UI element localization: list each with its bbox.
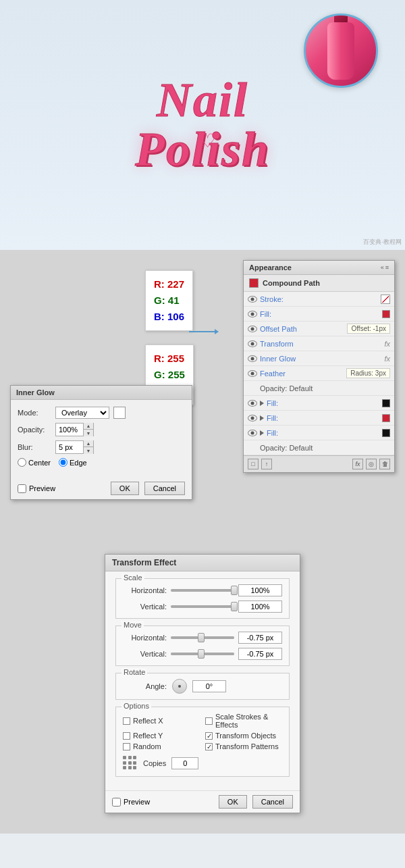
opacity-arrows[interactable]: ▲ ▼ (83, 423, 93, 436)
angle-input[interactable] (192, 680, 226, 692)
transform-patterns-checkbox[interactable]: ✓ (205, 743, 213, 750)
ig-ok-button[interactable]: OK (111, 482, 139, 495)
transform-objects-option[interactable]: ✓ Transform Objects (205, 732, 282, 740)
fill-visibility-icon[interactable] (248, 311, 257, 317)
blur-spinner[interactable]: 5 px ▲ ▼ (55, 440, 94, 454)
ig-preview-check[interactable]: Preview (18, 484, 55, 493)
edge-radio[interactable] (59, 458, 68, 467)
scale-strokes-checkbox[interactable] (205, 717, 213, 725)
move-h-thumb[interactable] (198, 633, 205, 642)
scale-v-thumb[interactable] (231, 602, 238, 611)
mode-select[interactable]: Overlay (55, 407, 109, 419)
stroke-visibility-icon[interactable] (248, 296, 257, 303)
rgb-box-red: R: 227 G: 41 B: 106 (145, 270, 193, 331)
transform-patterns-option[interactable]: ✓ Transform Patterns (205, 742, 282, 750)
random-checkbox[interactable] (123, 743, 130, 750)
fill2-visibility[interactable] (248, 400, 257, 407)
blur-up[interactable]: ▲ (84, 440, 93, 447)
fill3-expand-icon[interactable] (260, 415, 264, 421)
ig-cancel-button[interactable]: Cancel (144, 482, 185, 495)
opacity-row[interactable]: Opacity: Default (244, 381, 394, 396)
rotate-section: Rotate Angle: (115, 673, 290, 700)
reflect-y-checkbox[interactable] (123, 732, 130, 740)
move-h-slider[interactable] (171, 636, 234, 639)
blur-arrows[interactable]: ▲ ▼ (83, 440, 93, 454)
stroke-swatch[interactable] (381, 295, 390, 304)
feather-row[interactable]: Feather Radius: 3px (244, 366, 394, 381)
angle-dial[interactable] (172, 679, 187, 694)
radius-badge: Radius: 3px (346, 368, 390, 378)
reflect-x-option[interactable]: Reflect X (123, 713, 200, 729)
delete-icon[interactable]: 🗑 (379, 459, 390, 469)
fill2-expand-icon[interactable] (260, 401, 264, 406)
fill4-visibility[interactable] (248, 430, 257, 436)
center-option[interactable]: Center (18, 458, 51, 467)
opacity-down[interactable]: ▼ (84, 430, 93, 436)
transform-visibility[interactable] (248, 340, 257, 347)
appearance-footer: □ ↑ fx ◎ 🗑 (244, 455, 394, 472)
scale-strokes-option[interactable]: Scale Strokes & Effects (205, 713, 282, 729)
offset-path-row[interactable]: Offset Path Offset: -1px (244, 322, 394, 336)
tp-preview-check[interactable]: Preview (112, 798, 150, 807)
scale-h-thumb[interactable] (231, 586, 238, 595)
inner-glow-body: Mode: Overlay Opacity: 100% ▲ ▼ Blur: (11, 400, 192, 478)
transform-row[interactable]: Transform fx (244, 336, 394, 351)
fill3-swatch[interactable] (382, 414, 390, 422)
panel-menu[interactable]: ≡ (385, 264, 389, 271)
panel-scroll-left[interactable]: « (381, 264, 384, 271)
opacity2-row[interactable]: Opacity: Default (244, 440, 394, 455)
tp-preview-checkbox[interactable] (112, 798, 121, 807)
move-h-input[interactable] (238, 632, 282, 644)
opacity-up[interactable]: ▲ (84, 423, 93, 430)
rgb-w-r-value: R: 255 (154, 351, 185, 367)
fill-black-row[interactable]: Fill: (244, 396, 394, 411)
fill2-swatch[interactable] (382, 399, 390, 407)
edge-label: Edge (70, 459, 87, 467)
scale-h-input[interactable] (238, 584, 282, 596)
move-v-thumb[interactable] (198, 649, 205, 659)
angle-label: Angle: (123, 682, 167, 690)
reflect-x-checkbox[interactable] (123, 717, 130, 725)
fill4-swatch[interactable] (382, 429, 390, 437)
new-layer-icon[interactable]: □ (248, 459, 259, 469)
scale-v-input[interactable] (238, 601, 282, 613)
edge-option[interactable]: Edge (59, 458, 87, 467)
center-edge-group: Center Edge (18, 458, 87, 467)
inner-glow-row[interactable]: Inner Glow fx (244, 351, 394, 366)
tp-ok-button[interactable]: OK (219, 795, 247, 809)
copies-input[interactable] (171, 757, 198, 769)
fill-red2-row[interactable]: Fill: (244, 411, 394, 426)
ig-preview-checkbox[interactable] (18, 484, 26, 493)
inner-glow-visibility[interactable] (248, 355, 257, 362)
heart-icon: ♡ (199, 130, 216, 152)
reflect-y-option[interactable]: Reflect Y (123, 732, 200, 740)
tp-cancel-button[interactable]: Cancel (252, 795, 293, 809)
scale-h-slider[interactable] (171, 589, 234, 592)
fill2-label: Fill: (267, 399, 379, 407)
glow-color-swatch[interactable] (113, 407, 126, 419)
grid-dot-8 (128, 766, 132, 769)
center-radio[interactable] (18, 458, 26, 467)
fill-row[interactable]: Fill: (244, 307, 394, 322)
move-v-input[interactable] (238, 648, 282, 660)
eye2-icon[interactable]: ◎ (366, 459, 377, 469)
inner-glow-fx: fx (384, 355, 390, 363)
feather-visibility[interactable] (248, 370, 257, 377)
stroke-row[interactable]: Stroke: (244, 292, 394, 307)
fill-black2-row[interactable]: Fill: (244, 426, 394, 440)
blur-down[interactable]: ▼ (84, 447, 93, 454)
fx-icon[interactable]: fx (352, 459, 363, 469)
fill4-expand-icon[interactable] (260, 430, 264, 436)
opacity-spinner[interactable]: 100% ▲ ▼ (55, 423, 94, 436)
nail-bottle-shape (327, 22, 354, 80)
transform-objects-checkbox[interactable]: ✓ (205, 732, 213, 740)
random-option[interactable]: Random (123, 742, 200, 750)
move-icon[interactable]: ↑ (261, 459, 272, 469)
move-v-slider[interactable] (171, 653, 234, 655)
scale-v-slider[interactable] (171, 605, 234, 608)
watermark: 百变典·教程网 (363, 238, 402, 247)
offset-path-visibility[interactable] (248, 326, 257, 332)
fill3-visibility[interactable] (248, 415, 257, 422)
opacity-value: 100% (56, 426, 83, 434)
fill-swatch[interactable] (382, 310, 390, 318)
